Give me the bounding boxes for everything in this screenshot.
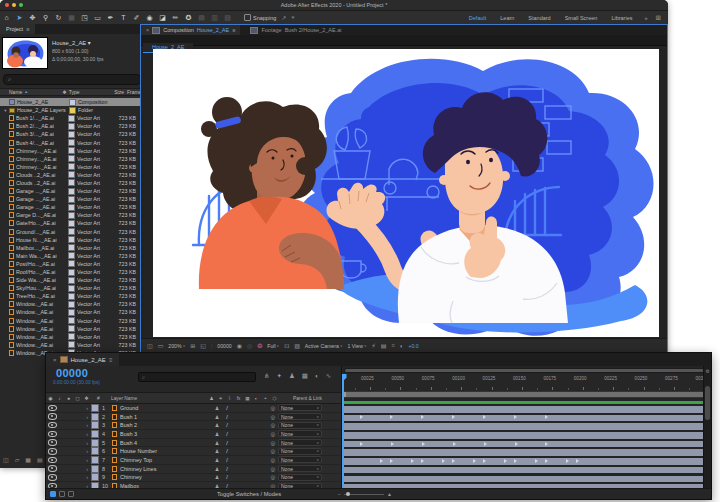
layer-row[interactable]: ›4Bush 3♟/◎None∨ — [46, 430, 341, 439]
layer-name[interactable]: Ground — [120, 405, 212, 411]
project-row[interactable]: Window.._AE.aiVector Art723 KB — [0, 317, 140, 325]
label-color-chip[interactable] — [68, 196, 75, 203]
column-parent-link[interactable]: Parent & Link — [279, 396, 322, 401]
tab-timeline-house-2-ae[interactable]: × House_2_AE ≡ — [46, 353, 119, 366]
label-color-chip[interactable] — [68, 317, 75, 324]
parent-pickwhip-icon[interactable]: ◎ — [268, 431, 278, 437]
exposure-value[interactable]: +0.0 — [408, 343, 418, 349]
monitor-icon[interactable]: ▭ — [158, 342, 164, 349]
parent-dropdown[interactable]: None∨ — [278, 422, 322, 429]
close-tab-icon[interactable]: × — [53, 357, 57, 363]
vertical-scrollbar-thumb[interactable] — [705, 386, 710, 420]
layer-name[interactable]: Bush 4 — [120, 440, 212, 446]
label-color-chip[interactable] — [68, 277, 75, 284]
panel-menu-icon[interactable]: ≡ — [232, 27, 235, 33]
layer-row[interactable]: ›8Chimney Lines♟/◎None∨ — [46, 465, 341, 474]
zoom-slider-knob[interactable] — [346, 492, 350, 496]
keyframe-marker[interactable] — [545, 442, 548, 446]
collapse-column-icon[interactable]: ☀ — [216, 396, 225, 401]
keyframe-marker[interactable] — [576, 459, 579, 463]
quality-switch-icon[interactable]: / — [222, 448, 232, 454]
layer-row[interactable]: ›1Ground♟/◎None∨ — [46, 404, 341, 413]
label-color-chip[interactable] — [91, 473, 99, 481]
close-tab-icon[interactable]: × — [146, 27, 149, 33]
label-color-chip[interactable] — [68, 155, 75, 162]
project-row[interactable]: Bush 2/..._AE.aiVector Art723 KB — [0, 122, 140, 130]
snapshot-icon[interactable]: ◉ — [237, 342, 242, 349]
layer-row[interactable]: ›3Bush 2♟/◎None∨ — [46, 421, 341, 430]
eye-icon[interactable] — [48, 448, 57, 455]
timeline-search-input[interactable]: ⌕ — [138, 372, 256, 382]
solo-column-icon[interactable]: ● — [64, 395, 73, 401]
project-row[interactable]: Window.._AE.aiVector Art723 KB — [0, 308, 140, 316]
in-out-pane-icon[interactable] — [68, 491, 74, 497]
show-snapshot-icon[interactable]: ◎ — [247, 342, 252, 349]
label-color-chip[interactable] — [91, 404, 99, 412]
camera-dropdown[interactable]: Active Camera ∨ — [305, 343, 343, 349]
project-row[interactable]: Window.._AE.aiVector Art723 KB — [0, 341, 140, 349]
shy-switch-icon[interactable]: ♟ — [212, 422, 222, 428]
graph-editor-icon[interactable]: ∿ — [326, 372, 331, 380]
column-frame[interactable]: Frame — [124, 89, 140, 95]
roto-brush-tool[interactable]: ✏ — [169, 11, 182, 24]
keyframe-marker[interactable] — [545, 415, 548, 419]
layer-name[interactable]: Chimney Top — [120, 457, 212, 463]
camera-tool[interactable]: ▦ — [65, 11, 78, 24]
eye-icon[interactable] — [48, 439, 57, 446]
layer-duration-bar[interactable] — [342, 415, 707, 422]
snap-to-layer-icon[interactable]: ↗ — [281, 14, 286, 21]
parent-dropdown[interactable]: None∨ — [278, 474, 322, 481]
layer-duration-bar[interactable] — [342, 449, 707, 456]
keyframe-marker[interactable] — [545, 459, 548, 463]
keyframe-marker[interactable] — [483, 415, 486, 419]
label-color-chip[interactable] — [91, 439, 99, 447]
parent-dropdown[interactable]: None∨ — [278, 439, 322, 446]
frame-blend-column-icon[interactable]: ▦ — [243, 396, 252, 401]
quality-switch-icon[interactable]: / — [222, 457, 232, 463]
keyframe-marker[interactable] — [380, 459, 383, 463]
label-color-chip[interactable] — [68, 244, 75, 251]
layer-row[interactable]: ›2Bush 1♟/◎None∨ — [46, 413, 341, 422]
motion-blur-column-icon[interactable]: ◐ — [252, 396, 261, 401]
label-color-chip[interactable] — [68, 188, 75, 195]
zoom-slider[interactable] — [344, 494, 384, 495]
panel-menu-icon[interactable]: ≡ — [26, 24, 29, 34]
motion-blur-icon[interactable]: ◐ — [315, 372, 319, 380]
label-color-chip[interactable] — [68, 139, 75, 146]
project-row[interactable]: Main Wa..._AE.aiVector Art723 KB — [0, 252, 140, 260]
keyframe-marker[interactable] — [360, 415, 363, 419]
keyframe-marker[interactable] — [390, 415, 393, 419]
transparency-grid-icon[interactable]: ▨ — [294, 342, 300, 349]
quality-switch-icon[interactable]: / — [222, 414, 232, 420]
layer-name[interactable]: Bush 3 — [120, 431, 212, 437]
layer-duration-bar[interactable] — [342, 476, 707, 483]
parent-pickwhip-icon[interactable]: ◎ — [268, 422, 278, 428]
orbit-camera-tool[interactable]: ↻ — [52, 11, 65, 24]
parent-pickwhip-icon[interactable]: ◎ — [268, 457, 278, 463]
layer-duration-bar[interactable] — [342, 423, 707, 430]
keyframe-marker[interactable] — [514, 415, 517, 419]
layer-name[interactable]: Chimney — [120, 474, 212, 480]
project-row[interactable]: Window.._AE.aiVector Art723 KB — [0, 300, 140, 308]
shy-column-icon[interactable]: ♟ — [207, 396, 216, 401]
quality-switch-icon[interactable]: / — [222, 422, 232, 428]
fast-previews-icon[interactable]: ⚡ — [371, 342, 375, 349]
shy-switch-icon[interactable]: ♟ — [212, 457, 222, 463]
label-color-chip[interactable] — [68, 163, 75, 170]
clone-stamp-tool[interactable]: ◉ — [143, 11, 156, 24]
expand-icon[interactable]: › — [83, 440, 91, 446]
quality-switch-icon[interactable]: / — [222, 405, 232, 411]
puppet-pin-tool[interactable]: ✪ — [182, 11, 195, 24]
zoom-in-icon[interactable]: ▲ — [387, 491, 392, 497]
fx-column-icon[interactable]: fx — [234, 396, 243, 401]
adjustment-column-icon[interactable]: ◓ — [261, 396, 270, 401]
project-row[interactable]: Bush 1/..._AE.aiVector Art723 KB — [0, 114, 140, 122]
frame-blend-icon[interactable]: ▦ — [302, 372, 308, 380]
current-time-display[interactable]: 00000 — [56, 367, 88, 379]
label-color-chip[interactable] — [68, 115, 75, 122]
selection-tool[interactable]: ➤ — [13, 11, 26, 24]
eye-icon[interactable] — [48, 474, 57, 481]
layer-row[interactable]: ›9Chimney♟/◎None∨ — [46, 474, 341, 483]
layer-switches-pane-icon[interactable] — [50, 491, 56, 497]
quality-column-icon[interactable]: \ — [225, 396, 234, 401]
